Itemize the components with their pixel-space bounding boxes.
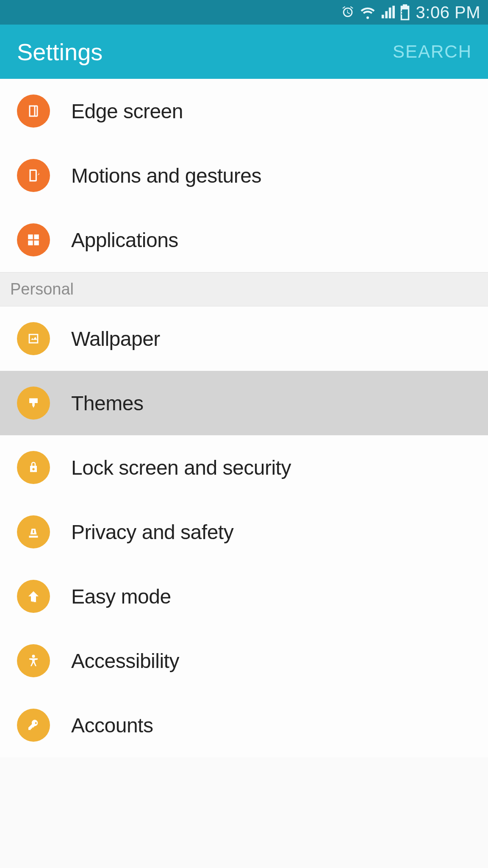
settings-item-label: Privacy and safety [71,520,233,544]
themes-icon [17,387,50,420]
alarm-icon [341,5,355,19]
settings-list: Edge screen Motions and gestures Applica… [0,79,488,757]
settings-item-applications[interactable]: Applications [0,208,488,272]
applications-icon [17,223,50,256]
settings-item-accounts[interactable]: Accounts [0,693,488,757]
settings-item-label: Edge screen [71,100,183,123]
settings-item-label: Wallpaper [71,327,160,351]
page-title: Settings [17,38,103,66]
settings-item-label: Easy mode [71,585,171,608]
search-button[interactable]: SEARCH [393,42,472,62]
settings-item-lock-screen-security[interactable]: Lock screen and security [0,435,488,500]
section-header-personal: Personal [0,272,488,306]
settings-item-motions-gestures[interactable]: Motions and gestures [0,143,488,208]
settings-item-label: Lock screen and security [71,456,291,479]
settings-item-label: Applications [71,228,178,252]
settings-item-label: Themes [71,392,143,415]
status-bar: 37 3:06 PM [0,0,488,25]
battery-icon: 37 [400,4,410,20]
settings-item-edge-screen[interactable]: Edge screen [0,79,488,143]
edge-screen-icon [17,95,50,128]
battery-level: 37 [401,9,408,16]
accessibility-icon [17,644,50,677]
settings-item-accessibility[interactable]: Accessibility [0,629,488,693]
accounts-icon [17,709,50,742]
easy-mode-icon [17,580,50,613]
settings-item-wallpaper[interactable]: Wallpaper [0,306,488,371]
wifi-icon [360,5,375,20]
settings-item-themes[interactable]: Themes [0,371,488,435]
settings-item-label: Accounts [71,714,153,737]
settings-item-easy-mode[interactable]: Easy mode [0,564,488,629]
settings-item-label: Motions and gestures [71,164,261,187]
status-icons: 37 [341,4,410,20]
privacy-icon [17,515,50,548]
settings-item-privacy-safety[interactable]: Privacy and safety [0,500,488,564]
signal-icon [380,5,395,19]
lock-icon [17,451,50,484]
wallpaper-icon [17,322,50,355]
app-bar: Settings SEARCH [0,25,488,79]
motions-gestures-icon [17,159,50,192]
status-clock: 3:06 PM [416,3,480,22]
settings-item-label: Accessibility [71,649,179,673]
